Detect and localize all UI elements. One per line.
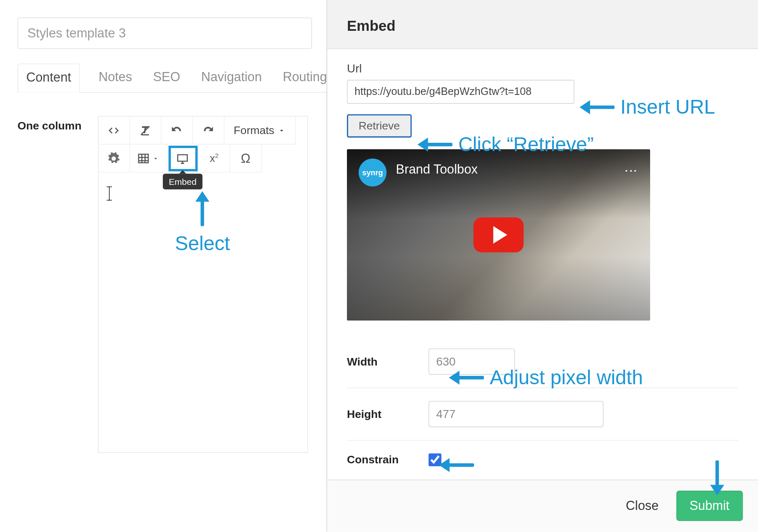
editor-tabs: Content Notes SEO Navigation Routing	[17, 64, 332, 93]
clear-formatting-button[interactable]	[130, 117, 162, 144]
omega-icon: Ω	[241, 151, 250, 166]
toolbar-row-1: Formats	[98, 117, 307, 144]
settings-button[interactable]	[98, 144, 130, 172]
channel-avatar: synrg	[359, 159, 386, 186]
constrain-label: Constrain	[347, 453, 405, 466]
text-cursor-icon	[109, 186, 110, 201]
chevron-down-icon	[152, 155, 160, 162]
embed-modal: Embed Url Retrieve synrg Brand Toolbox ⋮…	[327, 0, 758, 532]
embed-button[interactable]: Embed	[167, 144, 199, 172]
retrieve-button[interactable]: Retrieve	[347, 114, 411, 137]
undo-button[interactable]	[162, 117, 193, 144]
section-label: One column	[17, 116, 82, 453]
editor-pane: Content Notes SEO Navigation Routing One…	[0, 0, 327, 532]
rich-text-editor: Formats Embed	[98, 116, 308, 453]
tab-routing[interactable]: Routing	[280, 64, 329, 92]
monitor-icon	[176, 152, 189, 165]
table-icon	[137, 152, 150, 165]
clear-format-icon	[139, 124, 152, 137]
chevron-down-icon	[278, 126, 286, 134]
submit-button[interactable]: Submit	[676, 491, 743, 521]
gear-icon	[107, 152, 120, 165]
code-icon	[107, 124, 120, 137]
video-title: Brand Toolbox	[396, 162, 478, 177]
toolbar-row-2: Embed x2 Ω	[98, 144, 307, 172]
superscript-icon: x2	[210, 152, 219, 165]
special-char-button[interactable]: Ω	[230, 144, 262, 172]
modal-footer: Close Submit	[327, 480, 758, 532]
formats-label: Formats	[234, 124, 274, 137]
table-dropdown[interactable]	[130, 144, 167, 172]
height-label: Height	[347, 408, 405, 420]
editor-body[interactable]	[98, 172, 307, 452]
tab-navigation[interactable]: Navigation	[199, 64, 264, 92]
url-label: Url	[347, 62, 738, 75]
superscript-button[interactable]: x2	[199, 144, 230, 172]
width-label: Width	[347, 355, 405, 368]
redo-icon	[202, 124, 215, 137]
redo-button[interactable]	[193, 117, 224, 144]
source-code-button[interactable]	[98, 117, 130, 144]
video-preview[interactable]: synrg Brand Toolbox ⋮	[347, 149, 650, 321]
height-input[interactable]	[429, 401, 603, 427]
url-input[interactable]	[347, 80, 574, 104]
page-title-input[interactable]	[17, 17, 312, 49]
kebab-icon[interactable]: ⋮	[623, 164, 638, 179]
modal-title: Embed	[327, 0, 758, 49]
tab-content[interactable]: Content	[17, 64, 80, 93]
width-input[interactable]	[429, 348, 515, 375]
preview-desk-shadow	[347, 256, 650, 321]
constrain-checkbox[interactable]	[429, 453, 441, 466]
formats-dropdown[interactable]: Formats	[224, 117, 296, 144]
preview-gradient	[347, 149, 650, 219]
undo-icon	[170, 124, 183, 137]
play-icon[interactable]	[474, 217, 524, 252]
tab-notes[interactable]: Notes	[96, 64, 135, 92]
close-button[interactable]: Close	[618, 492, 667, 519]
tab-seo[interactable]: SEO	[151, 64, 182, 92]
